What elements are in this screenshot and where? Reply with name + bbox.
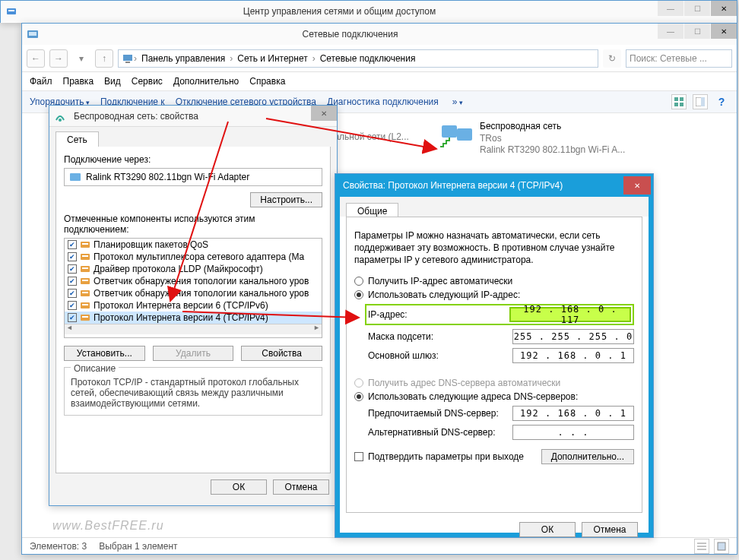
tool-more[interactable]: » [452,96,463,107]
forward-button[interactable]: → [49,49,68,68]
view-details-button[interactable] [694,539,709,554]
label-dns1: Предпочитаемый DNS-сервер: [368,408,512,419]
search-placeholder: Поиск: Сетевые ... [630,53,707,64]
view-large-button[interactable] [714,539,729,554]
connection-item-wireless[interactable]: Беспроводная сеть TRos Ralink RT3290 802… [439,121,625,157]
maximize-button[interactable]: ☐ [684,24,710,39]
ok-button[interactable]: ОК [211,479,267,495]
checkbox-icon[interactable]: ✔ [68,313,77,322]
component-row[interactable]: ✔Ответчик обнаружения топологии канально… [65,275,322,287]
subnet-mask-input[interactable]: 255 . 255 . 255 . 0 [512,329,634,344]
component-row[interactable]: ✔Протокол мультиплексора сетевого адапте… [65,251,322,263]
close-button[interactable]: ✕ [311,106,337,121]
remove-button: Удалить [153,346,234,361]
radio-auto-ip[interactable]: Получить IP-адрес автоматически [354,276,634,286]
component-row[interactable]: ✔Протокол Интернета версии 6 (TCP/IPv6) [65,299,322,312]
description-legend: Описание [71,363,119,374]
svg-rect-25 [82,267,88,269]
label-dns2: Альтернативный DNS-сервер: [368,427,512,438]
checkbox-icon[interactable]: ✔ [68,264,77,274]
close-button[interactable]: ✕ [711,24,737,39]
tab-network[interactable]: Сеть [56,131,99,147]
menu-edit[interactable]: Правка [63,76,94,87]
tab-body: Подключение через: Ralink RT3290 802.11b… [56,147,331,473]
checkbox-icon[interactable]: ✔ [68,301,77,310]
checkbox-icon[interactable]: ✔ [68,240,77,249]
label-gateway: Основной шлюз: [368,350,512,361]
advanced-button[interactable]: Дополнительно... [541,449,634,464]
breadcrumb[interactable]: › Панель управления › Сеть и Интернет › … [118,49,598,68]
back-button[interactable]: ← [27,49,45,68]
properties-button[interactable]: Свойства [241,346,322,361]
radio-manual-ip[interactable]: Использовать следующий IP-адрес: [354,289,634,300]
gateway-input[interactable]: 192 . 168 . 0 . 1 [512,348,634,363]
protocol-icon [80,301,90,310]
svg-rect-17 [718,543,725,550]
validate-checkbox-row[interactable]: Подтвердить параметры при выходе Дополни… [354,449,634,464]
menu-service[interactable]: Сервис [132,76,163,87]
titlebar: Свойства: Протокол Интернета версии 4 (T… [335,174,653,197]
crumb[interactable]: Панель управления [137,53,230,64]
recent-dropdown[interactable]: ▾ [72,49,90,68]
component-row[interactable]: ✔Драйвер протокола LLDP (Майкрософт) [65,263,322,275]
protocol-icon [80,313,90,322]
component-row[interactable]: ✔Протокол Интернета версии 4 (TCP/IPv4) [65,312,322,324]
label-ip: IP-адрес: [368,309,509,320]
status-selected: Выбран 1 элемент [99,541,177,552]
alternate-dns-input[interactable]: . . . [512,425,634,440]
preview-pane-button[interactable] [693,94,708,109]
svg-rect-23 [82,255,88,257]
preferred-dns-input[interactable]: 192 . 168 . 0 . 1 [512,406,634,421]
crumb[interactable]: Сеть и Интернет [233,53,312,64]
checkbox-icon [354,452,363,461]
tool-diagnose[interactable]: Диагностика подключения [327,96,439,107]
minimize-button[interactable]: — [658,1,683,16]
app-icon [27,28,39,40]
close-button[interactable]: ✕ [711,1,737,16]
menu-view[interactable]: Вид [104,76,121,87]
titlebar: Сетевые подключения — ☐ ✕ [22,24,737,45]
svg-rect-1 [8,10,14,11]
ip-address-input[interactable]: 192 . 168 . 0 . 117 [509,307,631,322]
cancel-button[interactable]: Отмена [273,479,329,495]
connection-name: Беспроводная сеть [480,121,625,133]
adapter-icon [54,110,66,122]
svg-point-18 [59,119,62,122]
refresh-button[interactable]: ↻ [603,49,621,68]
component-row[interactable]: ✔Ответчик обнаружения топологии канально… [65,287,322,299]
tab-general[interactable]: Общие [346,203,398,217]
ok-button[interactable]: ОК [519,522,576,537]
up-button[interactable]: ↑ [95,49,113,68]
configure-button[interactable]: Настроить... [250,192,322,207]
horizontal-scrollbar[interactable] [65,324,322,334]
maximize-button[interactable]: ☐ [684,1,710,16]
component-row[interactable]: ✔Планировщик пакетов QoS [65,239,322,251]
view-icons-button[interactable] [671,94,687,109]
svg-rect-29 [82,292,88,293]
radio-icon [354,290,363,299]
crumb[interactable]: Сетевые подключения [316,53,420,64]
menu-file[interactable]: Файл [30,76,52,87]
status-item-count: Элементов: 3 [30,541,87,552]
menu-advanced[interactable]: Дополнительно [173,76,239,87]
close-button[interactable]: ✕ [623,176,651,195]
checkbox-icon[interactable]: ✔ [68,252,77,261]
help-icon[interactable]: ? [714,94,729,109]
radio-manual-dns[interactable]: Использовать следующие адреса DNS-сервер… [354,391,634,402]
svg-rect-8 [674,103,678,106]
component-label: Ответчик обнаружения топологии канальног… [94,288,309,299]
search-input[interactable]: Поиск: Сетевые ... [626,49,732,68]
svg-rect-31 [82,304,88,305]
checkbox-icon[interactable]: ✔ [68,289,77,298]
menu-help[interactable]: Справка [249,76,285,87]
cancel-button[interactable]: Отмена [582,522,638,537]
svg-rect-19 [70,173,81,181]
protocol-icon [80,240,90,249]
label-mask: Маска подсети: [368,331,512,342]
minimize-button[interactable]: — [658,24,683,39]
install-button[interactable]: Установить... [64,346,145,361]
checkbox-icon[interactable]: ✔ [68,277,77,286]
description-text: Параметры IP можно назначать автоматичес… [354,229,634,267]
protocol-icon [80,264,90,274]
components-list[interactable]: ✔Планировщик пакетов QoS✔Протокол мульти… [64,238,322,338]
